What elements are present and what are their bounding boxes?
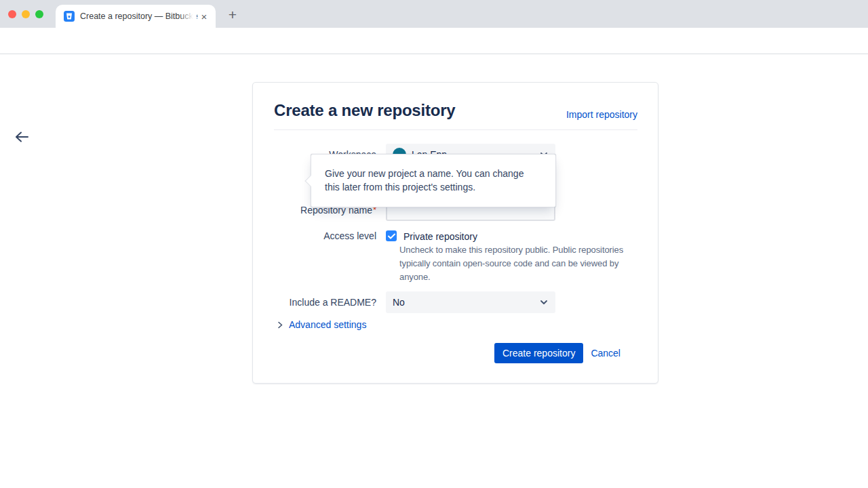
description-line: anyone. — [399, 270, 623, 284]
project-name-tooltip: Give your new project a name. You can ch… — [311, 154, 556, 207]
create-repository-button[interactable]: Create repository — [494, 343, 583, 363]
chevron-right-icon — [277, 321, 283, 329]
readme-label: Include a README? — [275, 297, 376, 308]
header-divider — [274, 129, 637, 130]
page-title: Create a new repository — [274, 101, 456, 120]
readme-row: Include a README? No — [275, 291, 555, 313]
window-zoom-button[interactable] — [35, 10, 43, 18]
tooltip-line: Give your new project a name. You can ch… — [325, 167, 542, 180]
bitbucket-favicon-icon — [64, 11, 75, 22]
advanced-settings-link[interactable]: Advanced settings — [289, 319, 366, 330]
checkmark-icon — [388, 233, 395, 239]
page-content: Create a new repository Import repositor… — [0, 54, 868, 488]
window-controls — [8, 10, 43, 18]
tab-close-icon[interactable]: × — [198, 10, 210, 22]
window-close-button[interactable] — [8, 10, 16, 18]
access-level-label: Access level — [275, 229, 376, 243]
window-minimize-button[interactable] — [22, 10, 30, 18]
description-line: Uncheck to make this repository public. … — [399, 243, 623, 257]
access-level-description: Uncheck to make this repository public. … — [399, 243, 623, 284]
form-actions: Create repository Cancel — [494, 343, 620, 363]
access-level-row: Access level Private repository — [275, 229, 477, 243]
browser-toolbar: bitbucket.org/repo/create S. ① — [0, 28, 868, 54]
readme-value: No — [393, 297, 539, 308]
browser-tab[interactable]: Create a repository — Bitbucket × — [56, 5, 216, 28]
tab-title-fade — [179, 9, 197, 23]
create-repository-card: Create a new repository Import repositor… — [252, 82, 658, 384]
private-repository-checkbox[interactable] — [386, 230, 397, 241]
tab-strip: Create a repository — Bitbucket × + — [0, 0, 868, 28]
advanced-settings-row[interactable]: Advanced settings — [277, 319, 366, 330]
chevron-down-icon — [539, 298, 549, 307]
import-repository-link[interactable]: Import repository — [566, 109, 637, 120]
cancel-button[interactable]: Cancel — [591, 348, 620, 359]
description-line: typically contain open-source code and c… — [399, 257, 623, 270]
private-repository-label: Private repository — [403, 230, 477, 243]
new-tab-button[interactable]: + — [224, 7, 241, 23]
readme-select[interactable]: No — [386, 291, 555, 313]
tooltip-line: this later from this project's settings. — [325, 180, 542, 194]
page-back-arrow[interactable] — [14, 129, 30, 145]
